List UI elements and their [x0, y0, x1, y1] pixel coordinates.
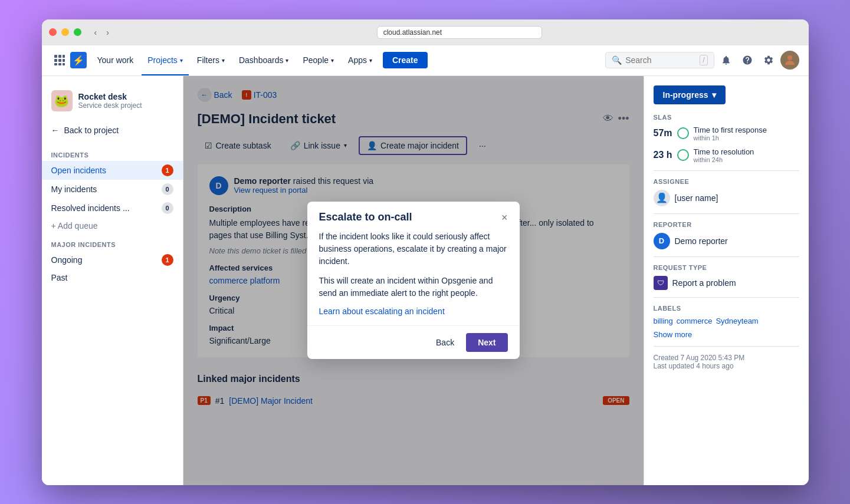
modal-overlay[interactable]: Escalate to on-call × If the incident lo…: [183, 76, 644, 485]
close-button[interactable]: [49, 28, 57, 36]
escalate-modal: Escalate to on-call × If the incident lo…: [307, 202, 520, 359]
add-queue-button[interactable]: + Add queue: [42, 218, 183, 234]
label-sydneyteam[interactable]: Sydneyteam: [716, 317, 758, 325]
label-billing[interactable]: billing: [654, 317, 673, 325]
content-area: ← Back ! IT-003 [DEMO] Incident ticket 👁…: [183, 76, 644, 485]
nav-your-work[interactable]: Your work: [91, 45, 140, 75]
open-incidents-badge: 1: [162, 164, 173, 176]
status-button[interactable]: In-progress ▾: [654, 85, 726, 104]
sidebar-project: 🐸 Rocket desk Service desk project: [42, 85, 183, 116]
url-input[interactable]: [377, 26, 542, 39]
assignee-label: Assignee: [654, 178, 799, 185]
svg-rect-5: [63, 59, 65, 62]
learn-more-link[interactable]: Learn about escalating an incident: [319, 307, 508, 316]
settings-button[interactable]: [759, 51, 778, 70]
projects-chevron-icon: ▾: [180, 57, 183, 64]
nav-projects[interactable]: Projects ▾: [142, 45, 189, 75]
nav-filters[interactable]: Filters ▾: [191, 45, 231, 75]
apps-chevron-icon: ▾: [369, 57, 372, 64]
updated-meta: Last updated 4 hours ago: [654, 362, 799, 370]
search-shortcut: /: [700, 55, 707, 65]
my-incidents-badge: 0: [162, 183, 173, 195]
titlebar: ‹ ›: [42, 19, 809, 45]
modal-footer: Back Next: [307, 325, 520, 359]
svg-point-9: [787, 55, 792, 60]
svg-rect-6: [54, 63, 57, 65]
reporter-panel-row: D Demo reporter: [654, 233, 799, 249]
project-avatar: 🐸: [51, 90, 73, 111]
modal-title: Escalate to on-call: [319, 211, 412, 223]
right-panel: In-progress ▾ SLAs 57m Time to first res…: [644, 76, 809, 485]
navbar: ⚡ Your work Projects ▾ Filters ▾ Dashboa…: [42, 45, 809, 76]
sidebar: 🐸 Rocket desk Service desk project ← Bac…: [42, 76, 183, 485]
resolved-incidents-badge: 0: [162, 202, 173, 214]
search-bar[interactable]: 🔍 /: [605, 52, 714, 68]
modal-close-button[interactable]: ×: [501, 212, 508, 223]
minimize-button[interactable]: [61, 28, 69, 36]
browser-nav: ‹ ›: [91, 27, 113, 38]
forward-nav-button[interactable]: ›: [103, 27, 113, 38]
user-avatar[interactable]: [780, 51, 799, 70]
status-chevron-icon: ▾: [712, 90, 716, 100]
sla-item-2: 23 h Time to resolution within 24h: [654, 147, 799, 163]
nav-people[interactable]: People ▾: [297, 45, 340, 75]
assignee-name: [user name]: [675, 193, 718, 203]
label-commerce[interactable]: commerce: [677, 317, 713, 325]
modal-body: If the incident looks like it could seri…: [307, 230, 520, 325]
people-chevron-icon: ▾: [331, 57, 334, 64]
url-bar: [117, 26, 802, 39]
sidebar-item-my-incidents[interactable]: My incidents 0: [42, 180, 183, 199]
modal-header: Escalate to on-call ×: [307, 202, 520, 230]
modal-next-button[interactable]: Next: [466, 333, 507, 352]
maximize-button[interactable]: [74, 28, 81, 36]
labels-row: billing commerce Sydneyteam: [654, 317, 799, 325]
created-meta: Created 7 Aug 2020 5:43 PM: [654, 354, 799, 362]
search-input[interactable]: [625, 55, 696, 65]
sla2-time: 23 h: [654, 150, 672, 160]
notifications-button[interactable]: [717, 51, 736, 70]
assignee-avatar: 👤: [654, 190, 670, 206]
create-button[interactable]: Create: [383, 52, 428, 68]
sla-item-1: 57m Time to first response within 1h: [654, 126, 799, 141]
sidebar-item-past[interactable]: Past: [42, 269, 183, 286]
svg-rect-4: [58, 59, 61, 62]
help-button[interactable]: [738, 51, 757, 70]
divider-5: [654, 346, 799, 347]
atlassian-logo[interactable]: ⚡: [70, 52, 87, 68]
sla2-sub: within 24h: [694, 156, 754, 163]
svg-rect-2: [63, 55, 65, 58]
sidebar-item-open-incidents[interactable]: Open incidents 1: [42, 161, 183, 180]
main-layout: 🐸 Rocket desk Service desk project ← Bac…: [42, 76, 809, 485]
nav-apps[interactable]: Apps ▾: [342, 45, 378, 75]
sidebar-item-ongoing[interactable]: Ongoing 1: [42, 251, 183, 269]
filters-chevron-icon: ▾: [222, 57, 225, 64]
incidents-section-label: Incidents: [42, 144, 183, 161]
sla2-clock-icon: [677, 149, 689, 161]
divider-4: [654, 297, 799, 298]
modal-back-button[interactable]: Back: [429, 334, 461, 351]
show-more-link[interactable]: Show more: [654, 330, 799, 339]
sla1-sub: within 1h: [694, 134, 767, 141]
major-incidents-section-label: Major incidents: [42, 234, 183, 251]
divider-2: [654, 213, 799, 214]
back-arrow-icon: ←: [51, 126, 60, 135]
svg-rect-1: [58, 55, 61, 58]
sidebar-item-resolved-incidents[interactable]: Resolved incidents ... 0: [42, 199, 183, 218]
back-to-project-link[interactable]: ← Back to project: [42, 121, 183, 140]
svg-rect-3: [54, 59, 57, 62]
slas-label: SLAs: [654, 114, 799, 121]
project-name: Rocket desk: [78, 92, 142, 101]
reporter-panel-name: Demo reporter: [675, 236, 728, 246]
nav-dashboards[interactable]: Dashboards ▾: [233, 45, 295, 75]
sla1-time: 57m: [654, 128, 672, 139]
ongoing-badge: 1: [162, 254, 173, 266]
project-type: Service desk project: [78, 101, 142, 110]
assignee-row: 👤 [user name]: [654, 190, 799, 206]
grid-icon[interactable]: [51, 52, 68, 68]
divider-3: [654, 256, 799, 257]
reporter-panel-avatar: D: [654, 233, 670, 249]
back-nav-button[interactable]: ‹: [91, 27, 101, 38]
sla2-label: Time to resolution: [694, 147, 754, 156]
dashboards-chevron-icon: ▾: [285, 57, 288, 64]
svg-rect-0: [54, 55, 57, 58]
